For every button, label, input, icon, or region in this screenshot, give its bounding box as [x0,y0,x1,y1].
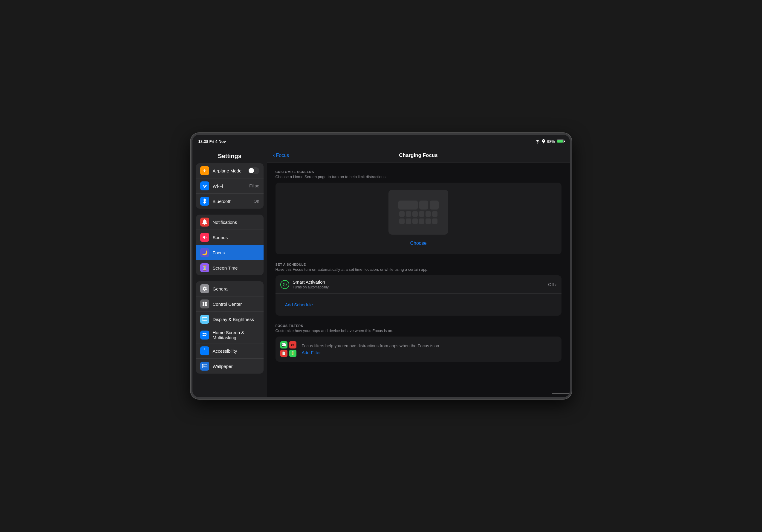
airplane-mode-toggle[interactable] [248,167,260,174]
preview-row-1 [398,200,439,209]
back-label: Focus [276,153,289,158]
smart-activation-name: Smart Activation [293,279,548,284]
filter-description: Focus filters help you remove distractio… [302,343,557,349]
sidebar-item-control-center[interactable]: Control Center [196,296,264,312]
bluetooth-icon [203,198,206,204]
preview-icon-large-1 [398,200,418,209]
sidebar-item-focus[interactable]: 🌙 Focus [196,245,264,260]
preview-device [389,190,448,235]
sounds-label: Sounds [213,235,260,240]
wifi-icon [535,139,540,143]
display-icon [202,317,207,321]
wifi-value: Filipe [249,184,259,188]
sidebar-item-wifi[interactable]: Wi-Fi Filipe [196,179,264,194]
wallpaper-icon-wrap [200,362,209,371]
preview-small-8 [406,218,411,224]
hourglass-icon: ⏳ [202,265,208,271]
schedule-section-header: SET A SCHEDULE Have this Focus turn on a… [275,263,562,272]
sidebar-item-notifications[interactable]: Notifications [196,215,264,230]
scroll-indicator [552,393,570,394]
schedule-subtitle: Have this Focus turn on automatically at… [275,267,562,272]
display-brightness-label: Display & Brightness [213,317,260,322]
svg-rect-4 [202,317,207,320]
home-screen-preview: Choose [275,183,562,254]
add-filter-button[interactable]: Add Filter [302,350,557,355]
customize-screens-subtitle: Choose a Home Screen page to turn on to … [275,175,562,179]
preview-small-2 [406,211,411,217]
sidebar-item-display-brightness[interactable]: Display & Brightness [196,312,264,327]
svg-rect-2 [202,304,204,306]
svg-rect-12 [202,364,207,368]
sounds-icon-wrap [200,233,209,242]
preview-row-3 [399,218,437,224]
wallpaper-icon [202,364,207,368]
preview-small-11 [425,218,431,224]
schedule-card: Smart Activation Turns on automatically … [275,275,562,316]
customize-screens-title: CUSTOMIZE SCREENS [275,170,562,174]
screen-time-icon-wrap: ⏳ [200,263,209,272]
preview-small-4 [419,211,424,217]
sidebar-item-home-screen[interactable]: Home Screen & Multitasking [196,327,264,343]
sidebar-item-wallpaper[interactable]: Wallpaper [196,359,264,374]
moon-icon: 🌙 [202,250,208,256]
filter-icons-grid: 💬 ✉ 📋 🔋 [280,341,297,357]
bell-icon [202,219,207,225]
svg-rect-5 [202,333,204,335]
airplane-mode-knob [249,168,254,173]
control-center-icon-wrap [200,299,209,308]
filter-text: Focus filters help you remove distractio… [302,343,557,355]
status-right: 98% [535,139,564,144]
sidebar-item-accessibility[interactable]: Accessibility [196,343,264,359]
sidebar-item-airplane-mode[interactable]: ✈ Airplane Mode [196,163,264,179]
wifi-icon-wrap [200,182,209,190]
svg-rect-7 [202,335,204,336]
sidebar-item-bluetooth[interactable]: Bluetooth On [196,194,264,209]
preview-small-9 [413,218,418,224]
svg-rect-9 [206,333,207,334]
smart-activation-value: Off [548,282,554,287]
preview-icon-large-2 [419,200,428,209]
back-button[interactable]: ‹ Focus [273,152,289,158]
settings-group-connectivity: ✈ Airplane Mode Wi-Fi [196,163,264,209]
svg-rect-1 [205,302,206,304]
focus-filters-title: FOCUS FILTERS [275,324,562,328]
location-icon [542,139,545,143]
status-time: 18:38 Fri 4 Nov [198,139,226,144]
sidebar-item-sounds[interactable]: Sounds [196,230,264,245]
accessibility-label: Accessibility [213,348,260,353]
svg-rect-3 [205,304,206,306]
display-icon-wrap [200,315,209,324]
preview-small-1 [399,211,405,217]
focus-filters-card: 💬 ✉ 📋 🔋 [275,337,562,362]
accessibility-icon [202,348,207,353]
smart-activation-item[interactable]: Smart Activation Turns on automatically … [275,275,562,294]
home-screen-label: Home Screen & Multitasking [213,330,260,340]
add-schedule-item[interactable]: Add Schedule [275,294,562,316]
preview-icon-large-3 [430,200,439,209]
sidebar-item-screen-time[interactable]: ⏳ Screen Time [196,260,264,275]
customize-screens-card: Choose [275,183,562,254]
focus-filters-section-header: FOCUS FILTERS Customize how your apps an… [275,324,562,333]
filter-icon-calendar: 📋 [280,350,287,357]
svg-rect-8 [204,335,206,336]
choose-button[interactable]: Choose [407,239,430,247]
wifi-label: Wi-Fi [213,184,250,189]
customize-screens-section-header: CUSTOMIZE SCREENS Choose a Home Screen p… [275,170,562,179]
smart-activation-info: Smart Activation Turns on automatically [293,279,548,289]
schedule-title: SET A SCHEDULE [275,263,562,266]
sidebar-item-general[interactable]: General [196,281,264,296]
bluetooth-label: Bluetooth [213,199,254,204]
accessibility-icon-wrap [200,346,209,355]
svg-rect-0 [202,302,204,304]
sidebar-title: Settings [192,148,267,163]
add-schedule-button[interactable]: Add Schedule [280,298,318,311]
airplane-mode-label: Airplane Mode [213,168,248,173]
preview-small-5 [425,211,431,217]
svg-rect-6 [204,333,206,335]
general-label: General [213,286,260,291]
speaker-icon [202,235,207,240]
grid-icon [202,332,207,338]
notifications-label: Notifications [213,220,260,225]
preview-row-2 [399,211,437,217]
battery-indicator [557,140,564,143]
